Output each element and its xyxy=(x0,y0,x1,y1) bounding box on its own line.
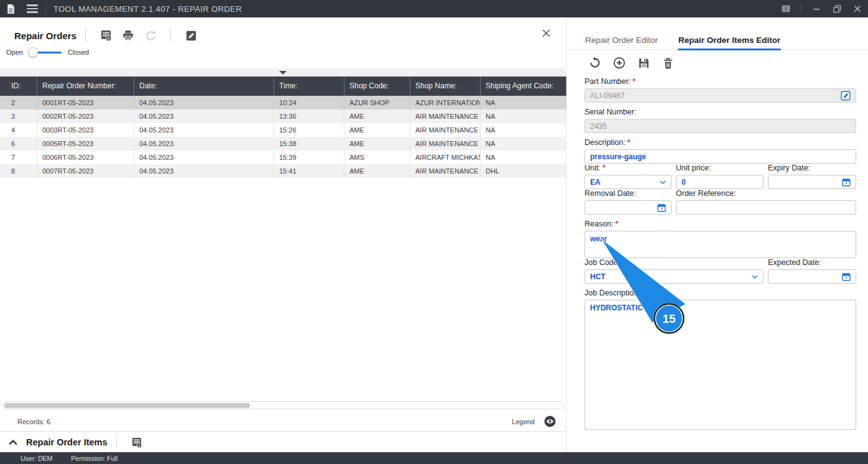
grid-group-panel-collapse[interactable] xyxy=(0,68,566,77)
reason-field[interactable]: wear xyxy=(584,231,856,258)
minimize-icon[interactable] xyxy=(811,3,822,14)
part-number-edit-icon[interactable] xyxy=(841,91,851,101)
table-cell: 15:39 xyxy=(274,151,344,164)
expiry-date-field[interactable] xyxy=(768,175,856,189)
status-permission: Permission: Full xyxy=(71,455,118,462)
table-cell: NA xyxy=(481,123,566,137)
removal-date-field[interactable] xyxy=(584,200,672,215)
titlebar: TOOL MANAGEMENT 2.1.407 - REPAIR ORDER ! xyxy=(0,0,868,17)
close-icon[interactable] xyxy=(852,3,863,14)
legend-label: Legend xyxy=(512,418,535,425)
editor-tabs: Repair Order Editor Repair Order Items E… xyxy=(567,32,868,50)
table-cell: NA xyxy=(481,137,566,151)
table-row[interactable]: 30002RT-05-202304.05.202313:36AMEAIR MAI… xyxy=(0,109,566,123)
table-cell: 04.05.2023 xyxy=(134,109,274,123)
open-closed-toggle[interactable] xyxy=(28,47,63,57)
tab-repair-order-editor[interactable]: Repair Order Editor xyxy=(584,32,658,49)
toolbar-separator xyxy=(85,29,86,42)
table-row[interactable]: 70006RT-05-202304.05.202315:39AMSAIRCRAF… xyxy=(0,151,566,164)
table-cell: AME xyxy=(344,109,410,123)
order-reference-field[interactable] xyxy=(676,200,856,215)
table-cell: AIRCRAFT MICHKAS... xyxy=(410,151,481,164)
restore-icon[interactable] xyxy=(831,3,843,14)
unit-price-field[interactable]: 0 xyxy=(676,175,764,189)
table-cell: 04.05.2023 xyxy=(134,164,274,178)
part-number-field[interactable]: ALI-09467 xyxy=(584,88,856,103)
export-excel-icon[interactable]: x xyxy=(130,435,144,449)
job-code-label: Job Code: xyxy=(584,258,764,267)
table-cell: AME xyxy=(344,123,410,137)
chevron-down-icon xyxy=(660,180,666,184)
column-header[interactable]: Repair Order Number: xyxy=(37,77,134,96)
chevron-up-icon[interactable] xyxy=(9,440,17,445)
item-form: Part Number:* ALI-09467 Serial Number: 2… xyxy=(584,77,856,430)
filter-collapse-icon xyxy=(279,71,287,75)
table-cell: AME xyxy=(344,164,410,178)
job-code-select[interactable]: HCT xyxy=(584,269,764,284)
table-cell: 0007RT-05-2023 xyxy=(37,164,134,178)
calendar-icon xyxy=(842,272,851,281)
unit-select[interactable]: EA xyxy=(584,175,672,189)
horizontal-scrollbar[interactable] xyxy=(2,401,564,409)
orders-table-body: 20001RT-05-202304.05.202310:24AZUR SHOPA… xyxy=(0,96,566,178)
print-icon[interactable] xyxy=(121,29,135,42)
toggle-closed-label: Closed xyxy=(68,49,89,56)
order-reference-label: Order Reference: xyxy=(676,189,856,198)
expected-date-field[interactable] xyxy=(768,269,856,284)
unit-label: Unit:* xyxy=(584,164,672,172)
tab-repair-order-items-editor[interactable]: Repair Order Items Editor xyxy=(678,32,781,49)
table-cell: AMS xyxy=(344,151,410,164)
expiry-date-label: Expiry Date: xyxy=(768,164,856,172)
table-cell: 04.05.2023 xyxy=(134,123,274,137)
job-description-field[interactable]: HYDROSTATIC TEST xyxy=(584,300,856,430)
required-marker: * xyxy=(632,77,635,86)
edit-icon[interactable] xyxy=(184,29,198,42)
app-document-icon xyxy=(6,4,16,14)
table-row[interactable]: 20001RT-05-202304.05.202310:24AZUR SHOPA… xyxy=(0,96,566,109)
table-cell: 04.05.2023 xyxy=(134,151,274,164)
eye-icon[interactable] xyxy=(543,415,556,429)
titlebar-separator xyxy=(45,4,46,13)
table-cell: 04.05.2023 xyxy=(134,96,274,109)
table-cell: 0005RT-05-2023 xyxy=(37,137,134,151)
table-cell: NA xyxy=(481,109,566,123)
export-excel-icon[interactable]: x xyxy=(99,29,113,42)
unit-price-label: Unit price: xyxy=(676,164,764,172)
svg-text:!: ! xyxy=(785,6,787,12)
table-row[interactable]: 40003RT-05-202304.05.202315:26AMEAIR MAI… xyxy=(0,123,566,137)
add-icon[interactable] xyxy=(612,56,626,70)
description-label: Description:* xyxy=(584,138,856,147)
svg-text:x: x xyxy=(108,36,110,40)
column-header[interactable]: Time: xyxy=(274,77,344,96)
table-cell: 0003RT-05-2023 xyxy=(37,123,134,137)
calendar-icon xyxy=(657,203,666,212)
scrollbar-thumb[interactable] xyxy=(4,403,250,408)
table-cell: NA xyxy=(481,151,566,164)
description-field[interactable]: pressure-gauge xyxy=(584,149,856,164)
column-header[interactable]: ID: xyxy=(0,77,37,96)
titlebar-separator xyxy=(801,4,801,13)
table-cell: 10:24 xyxy=(274,96,344,109)
repair-orders-panel: Repair Orders x Open Closed xyxy=(0,17,566,452)
required-marker: * xyxy=(603,164,606,172)
column-header[interactable]: Shop Code: xyxy=(344,77,410,96)
column-header[interactable]: Shiping Agent Code: xyxy=(481,77,566,96)
save-icon[interactable] xyxy=(637,56,650,70)
refresh-icon[interactable] xyxy=(144,29,157,42)
table-row[interactable]: 60005RT-05-202304.05.202315:38AMEAIR MAI… xyxy=(0,137,566,151)
delete-icon[interactable] xyxy=(661,56,675,70)
table-row[interactable]: 80007RT-05-202304.05.202315:41AMEAIR MAI… xyxy=(0,164,566,178)
serial-number-field[interactable]: 2435 xyxy=(584,119,856,133)
column-header[interactable]: Date: xyxy=(134,77,274,96)
column-header[interactable]: Shop Name: xyxy=(410,77,481,96)
feedback-icon[interactable]: ! xyxy=(780,3,792,14)
table-cell: 6 xyxy=(0,137,37,151)
table-cell: 7 xyxy=(0,151,37,164)
close-panel-icon[interactable] xyxy=(542,29,551,40)
undo-icon[interactable] xyxy=(588,56,602,70)
menu-hamburger-icon[interactable] xyxy=(27,4,38,13)
table-cell: 4 xyxy=(0,123,37,137)
table-cell: AIR MAINTENANCE E... xyxy=(410,123,481,137)
table-cell: 8 xyxy=(0,164,37,178)
part-number-label: Part Number:* xyxy=(584,77,856,86)
